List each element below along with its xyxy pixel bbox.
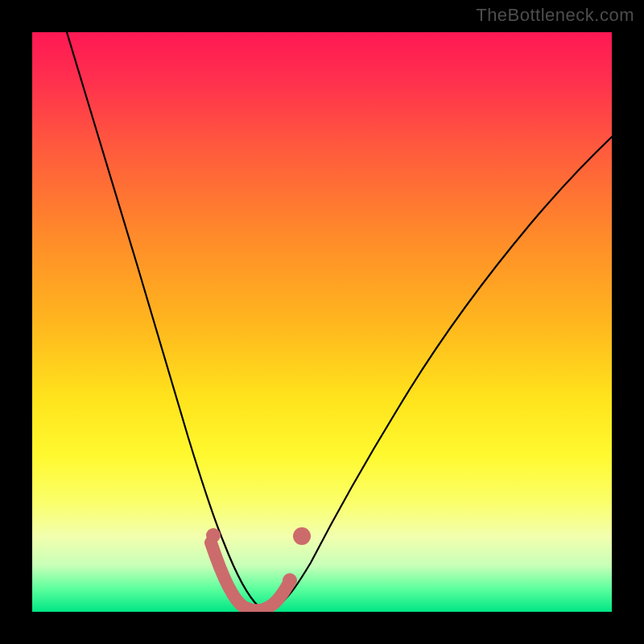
chart-frame: TheBottleneck.com xyxy=(0,0,644,644)
plot-area xyxy=(32,32,612,612)
bottleneck-curve xyxy=(67,32,612,609)
curve-layer xyxy=(32,32,612,612)
marker-outlier-dot xyxy=(293,527,311,545)
watermark-text: TheBottleneck.com xyxy=(476,5,634,26)
marker-start-dot xyxy=(206,528,221,543)
marker-segment xyxy=(211,543,288,611)
marker-end-dot xyxy=(283,573,297,588)
